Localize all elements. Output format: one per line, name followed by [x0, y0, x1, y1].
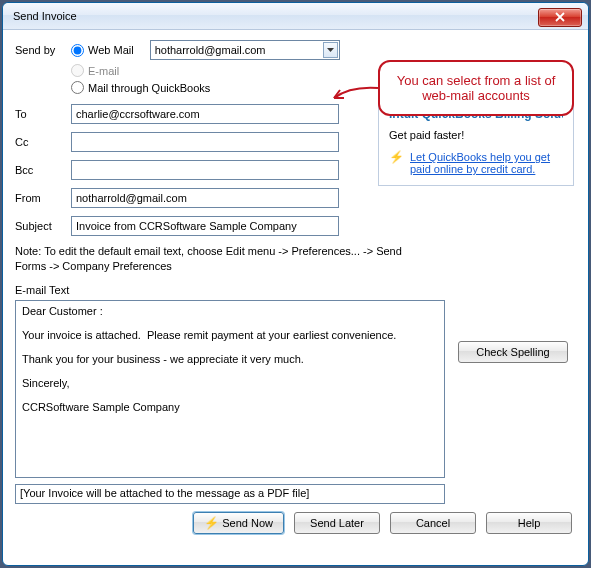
attachment-note: [Your Invoice will be attached to the me… — [15, 484, 445, 504]
button-row: ⚡ Send Now Send Later Cancel Help — [15, 512, 576, 534]
radio-email-input — [71, 64, 84, 77]
annotation-callout: You can select from a list of web-mail a… — [378, 60, 574, 116]
radio-mail-quickbooks-input[interactable] — [71, 81, 84, 94]
close-button[interactable] — [538, 8, 582, 27]
bcc-label: Bcc — [15, 164, 71, 176]
send-now-label: Send Now — [222, 517, 273, 529]
radio-web-mail-input[interactable] — [71, 44, 84, 57]
radio-web-mail-label: Web Mail — [88, 44, 134, 56]
from-label: From — [15, 192, 71, 204]
bolt-icon: ⚡ — [204, 517, 219, 529]
send-later-button[interactable]: Send Later — [294, 512, 380, 534]
dialog-content: Send by Web Mail E-mail — [3, 30, 588, 565]
radio-web-mail[interactable]: Web Mail — [71, 44, 134, 57]
cancel-label: Cancel — [416, 517, 450, 529]
webmail-account-input[interactable] — [150, 40, 340, 60]
radio-email: E-mail — [71, 64, 119, 77]
help-label: Help — [518, 517, 541, 529]
send-now-button[interactable]: ⚡ Send Now — [193, 512, 284, 534]
chevron-down-icon — [327, 48, 334, 52]
webmail-account-dropdown-button[interactable] — [323, 42, 338, 58]
check-spelling-button[interactable]: Check Spelling — [458, 341, 568, 363]
from-input[interactable] — [71, 188, 339, 208]
billing-panel-subheader: Get paid faster! — [389, 129, 563, 141]
subject-row: Subject — [15, 216, 576, 236]
check-spelling-label: Check Spelling — [476, 346, 549, 358]
email-text-area[interactable]: Dear Customer : Your invoice is attached… — [15, 300, 445, 478]
webmail-account-combo[interactable] — [150, 40, 340, 60]
dialog-window: Send Invoice Send by Web Mail — [2, 2, 589, 566]
cancel-button[interactable]: Cancel — [390, 512, 476, 534]
callout-arrow — [330, 80, 378, 104]
close-icon — [554, 12, 566, 22]
help-button[interactable]: Help — [486, 512, 572, 534]
billing-panel-link[interactable]: Let QuickBooks help you get paid online … — [410, 151, 563, 175]
send-by-row: Send by Web Mail — [15, 40, 576, 60]
subject-input[interactable] — [71, 216, 339, 236]
cc-input[interactable] — [71, 132, 339, 152]
radio-email-label: E-mail — [88, 65, 119, 77]
to-label: To — [15, 108, 71, 120]
radio-mail-quickbooks-label: Mail through QuickBooks — [88, 82, 210, 94]
bolt-icon: ⚡ — [389, 151, 404, 163]
send-by-label: Send by — [15, 44, 71, 56]
from-row: From — [15, 188, 576, 208]
cc-label: Cc — [15, 136, 71, 148]
to-input[interactable] — [71, 104, 339, 124]
bcc-input[interactable] — [71, 160, 339, 180]
window-title: Send Invoice — [13, 10, 538, 22]
titlebar: Send Invoice — [3, 3, 588, 30]
email-text-label: E-mail Text — [15, 284, 576, 296]
preferences-note: Note: To edit the default email text, ch… — [15, 244, 435, 274]
radio-mail-quickbooks[interactable]: Mail through QuickBooks — [71, 81, 210, 94]
subject-label: Subject — [15, 220, 71, 232]
send-later-label: Send Later — [310, 517, 364, 529]
